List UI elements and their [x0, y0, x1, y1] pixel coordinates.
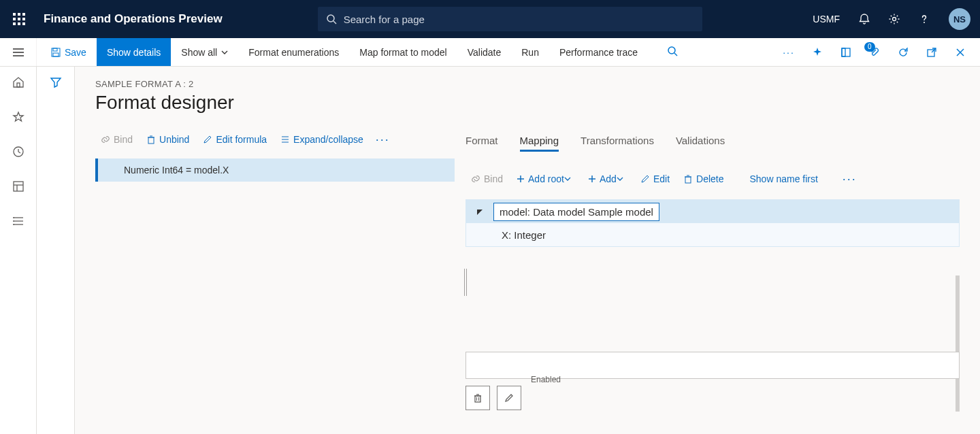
bind-label: Bind	[114, 134, 133, 145]
add-root-label: Add root	[528, 173, 564, 184]
more-icon[interactable]: ···	[774, 38, 803, 67]
tree-root-row[interactable]: model: Data model Sample model	[466, 200, 959, 223]
legal-entity[interactable]: USMF	[803, 14, 849, 24]
save-icon	[51, 48, 61, 57]
expand-collapse-label: Expand/collapse	[293, 134, 363, 145]
show-details-button[interactable]: Show details	[97, 38, 171, 66]
svg-rect-9	[53, 53, 59, 56]
edit-formula-label: Edit formula	[216, 134, 267, 145]
tab-validations[interactable]: Validations	[676, 135, 725, 153]
svg-line-1	[333, 21, 336, 24]
delete-button[interactable]: Delete	[678, 171, 729, 187]
tab-mapping[interactable]: Mapping	[520, 135, 559, 153]
right-tabs: Format Mapping Transformations Validatio…	[466, 126, 960, 153]
refresh-icon[interactable]	[889, 38, 917, 67]
show-name-first-button[interactable]: Show name first	[744, 171, 823, 187]
validate-label: Validate	[468, 47, 502, 58]
left-nav-rail	[0, 67, 37, 434]
link-icon	[471, 174, 480, 184]
attachments-icon[interactable]: 0	[860, 38, 889, 67]
add-button[interactable]: Add	[583, 171, 632, 187]
tab-format[interactable]: Format	[466, 135, 498, 153]
svg-rect-41	[475, 396, 480, 402]
cmdbar-search-icon[interactable]	[667, 46, 678, 59]
svg-rect-12	[842, 48, 850, 56]
run-label: Run	[521, 47, 539, 58]
svg-rect-13	[842, 48, 845, 56]
sparkle-icon[interactable]	[803, 38, 832, 67]
svg-rect-17	[17, 83, 20, 87]
waffle-icon[interactable]	[0, 0, 38, 38]
delete-label: Delete	[696, 173, 723, 184]
format-structure-panel: Bind Unbind Edit formula Expand/collapse…	[95, 126, 455, 433]
validate-button[interactable]: Validate	[457, 38, 512, 66]
show-all-label: Show all	[181, 47, 217, 58]
left-overflow-icon[interactable]: ···	[372, 133, 394, 147]
tree-child-row[interactable]: X: Integer	[466, 223, 959, 246]
favorites-icon[interactable]	[12, 111, 24, 125]
trash-icon	[683, 174, 693, 184]
chevron-down-icon	[221, 50, 228, 54]
notifications-icon[interactable]	[849, 0, 879, 38]
add-root-button[interactable]: Add root	[511, 171, 580, 187]
chevron-down-icon	[617, 177, 623, 181]
recent-icon[interactable]	[12, 146, 24, 160]
chevron-down-icon	[564, 177, 571, 181]
map-format-label: Map format to model	[359, 47, 446, 58]
edit-button[interactable]: Edit	[635, 171, 675, 187]
tab-transformations[interactable]: Transformations	[581, 135, 654, 153]
svg-point-0	[327, 15, 334, 22]
performance-trace-button[interactable]: Performance trace	[549, 38, 648, 66]
search-icon	[326, 14, 337, 24]
format-tree-row[interactable]: Numeric Int64 = model.X	[95, 158, 455, 182]
format-row-text: Numeric Int64 = model.X	[124, 165, 229, 176]
breadcrumb: SAMPLE FORMAT A : 2	[95, 79, 960, 89]
filter-pane-toggle[interactable]	[37, 67, 75, 434]
user-avatar[interactable]: NS	[949, 8, 970, 30]
unbind-label: Unbind	[159, 134, 189, 145]
edit-formula-button[interactable]: Edit formula	[197, 131, 272, 148]
pencil-icon	[640, 174, 650, 184]
main-area: SAMPLE FORMAT A : 2 Format designer Bind…	[75, 67, 980, 434]
close-icon[interactable]	[946, 38, 975, 67]
mapping-bind-button[interactable]: Bind	[466, 171, 508, 187]
run-button[interactable]: Run	[511, 38, 549, 66]
search-placeholder: Search for a page	[344, 14, 425, 25]
expand-collapse-button[interactable]: Expand/collapse	[275, 131, 369, 148]
settings-icon[interactable]	[879, 0, 909, 38]
global-search[interactable]: Search for a page	[318, 7, 702, 31]
show-all-button[interactable]: Show all	[171, 38, 238, 66]
performance-trace-label: Performance trace	[559, 47, 638, 58]
svg-point-27	[13, 224, 14, 225]
svg-rect-8	[53, 48, 57, 51]
popout-icon[interactable]	[917, 38, 946, 67]
page-title: Format designer	[95, 92, 960, 114]
home-icon[interactable]	[12, 76, 24, 90]
office-icon[interactable]	[832, 38, 860, 67]
list-icon	[280, 135, 290, 144]
command-bar: Save Show details Show all Format enumer…	[0, 38, 980, 67]
left-toolbar: Bind Unbind Edit formula Expand/collapse…	[95, 126, 455, 153]
cmdbar-right: ··· 0	[774, 38, 980, 66]
bind-button[interactable]: Bind	[95, 131, 138, 148]
right-overflow-icon[interactable]: ···	[838, 172, 861, 186]
hamburger-icon[interactable]	[0, 38, 37, 66]
triangle-expanded-icon	[476, 207, 484, 216]
help-icon[interactable]	[909, 0, 939, 38]
data-source-tree: model: Data model Sample model X: Intege…	[466, 199, 960, 247]
workspaces-icon[interactable]	[12, 180, 24, 195]
save-label: Save	[65, 47, 86, 58]
modules-icon[interactable]	[12, 215, 24, 229]
show-details-label: Show details	[107, 47, 161, 58]
format-enumerations-button[interactable]: Format enumerations	[238, 38, 349, 66]
format-enumerations-label: Format enumerations	[248, 47, 339, 58]
unbind-button[interactable]: Unbind	[141, 131, 195, 148]
property-edit-button[interactable]	[497, 386, 521, 410]
svg-point-26	[13, 220, 14, 222]
svg-rect-38	[685, 177, 691, 183]
topbar-right: USMF NS	[803, 0, 980, 38]
svg-line-11	[674, 53, 677, 56]
map-format-to-model-button[interactable]: Map format to model	[349, 38, 457, 66]
save-button[interactable]: Save	[37, 38, 97, 66]
property-delete-button[interactable]	[466, 386, 490, 410]
